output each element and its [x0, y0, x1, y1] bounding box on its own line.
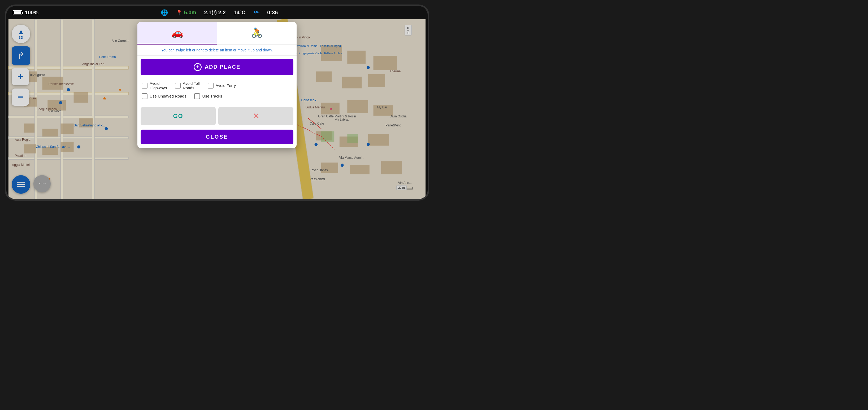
- checkbox-avoid-ferry[interactable]: [208, 83, 214, 89]
- label-avoid-toll-roads: Avoid TollRoads: [183, 81, 200, 90]
- label-use-tracks: Use Tracks: [202, 94, 222, 98]
- close-button[interactable]: CLOSE: [141, 130, 293, 144]
- label-avoid-ferry: Avoid Ferry: [216, 83, 236, 88]
- x-icon: ✕: [253, 112, 259, 121]
- checkbox-avoid-toll-roads[interactable]: [175, 83, 181, 89]
- tab-car[interactable]: 🚗: [137, 22, 217, 44]
- transport-tabs: 🚗 🚴: [137, 22, 297, 45]
- battery-percent: 100%: [25, 9, 38, 15]
- temperature-display: 14°C: [234, 9, 246, 15]
- location-distance: 5.0m: [184, 9, 196, 15]
- option-avoid-ferry[interactable]: Avoid Ferry: [208, 83, 236, 89]
- option-avoid-highways[interactable]: AvoidHighways: [142, 81, 167, 90]
- checkbox-use-unpaved[interactable]: [142, 93, 148, 99]
- modal-overlay: 🚗 🚴 You can swipe left or right to delet…: [6, 19, 428, 199]
- cancel-button[interactable]: ✕: [218, 107, 293, 125]
- swipe-hint: You can swipe left or right to delete an…: [137, 45, 297, 56]
- checkbox-avoid-highways[interactable]: [142, 83, 148, 89]
- bluetooth-icon: ⬾: [253, 9, 259, 16]
- status-bar: 100% 🌐 📍 5.0m 2.1(!) 2.2 14°C ⬾ 0:36: [6, 6, 428, 19]
- label-avoid-highways: AvoidHighways: [150, 81, 167, 90]
- options-row-2: Use Unpaved Roads Use Tracks: [142, 93, 292, 99]
- add-place-button[interactable]: + ADD PLACE: [141, 59, 293, 75]
- status-left: 100%: [13, 9, 38, 15]
- clock-display: 0:36: [267, 9, 278, 15]
- plus-circle-icon: +: [194, 63, 202, 71]
- location-info: 📍 5.0m: [176, 9, 196, 16]
- car-icon: 🚗: [172, 27, 183, 38]
- route-settings-modal: 🚗 🚴 You can swipe left or right to delet…: [137, 22, 297, 148]
- option-use-unpaved[interactable]: Use Unpaved Roads: [142, 93, 186, 99]
- label-use-unpaved: Use Unpaved Roads: [150, 94, 186, 98]
- action-buttons: GO ✕: [141, 107, 293, 125]
- options-row-1: AvoidHighways Avoid TollRoads Avoid Ferr…: [142, 81, 292, 90]
- bike-icon: 🚴: [251, 27, 263, 38]
- option-avoid-toll-roads[interactable]: Avoid TollRoads: [175, 81, 200, 90]
- speed-display: 2.1(!) 2.2: [204, 9, 225, 15]
- route-options: AvoidHighways Avoid TollRoads Avoid Ferr…: [137, 78, 297, 105]
- location-pin-icon: 📍: [176, 9, 183, 16]
- globe-icon: 🌐: [161, 9, 168, 16]
- go-button[interactable]: GO: [141, 107, 216, 125]
- checkbox-use-tracks[interactable]: [194, 93, 200, 99]
- tab-bike[interactable]: 🚴: [217, 22, 297, 44]
- battery-icon: [13, 10, 22, 15]
- device-frame: 100% 🌐 📍 5.0m 2.1(!) 2.2 14°C ⬾ 0:36: [5, 4, 429, 201]
- add-place-label: ADD PLACE: [205, 64, 241, 70]
- status-center: 🌐 📍 5.0m 2.1(!) 2.2 14°C ⬾ 0:36: [161, 9, 278, 16]
- map-container: ★ ★ ★ ✳ Crédit Agricole Downtown Accommo…: [6, 19, 428, 199]
- option-use-tracks[interactable]: Use Tracks: [194, 93, 222, 99]
